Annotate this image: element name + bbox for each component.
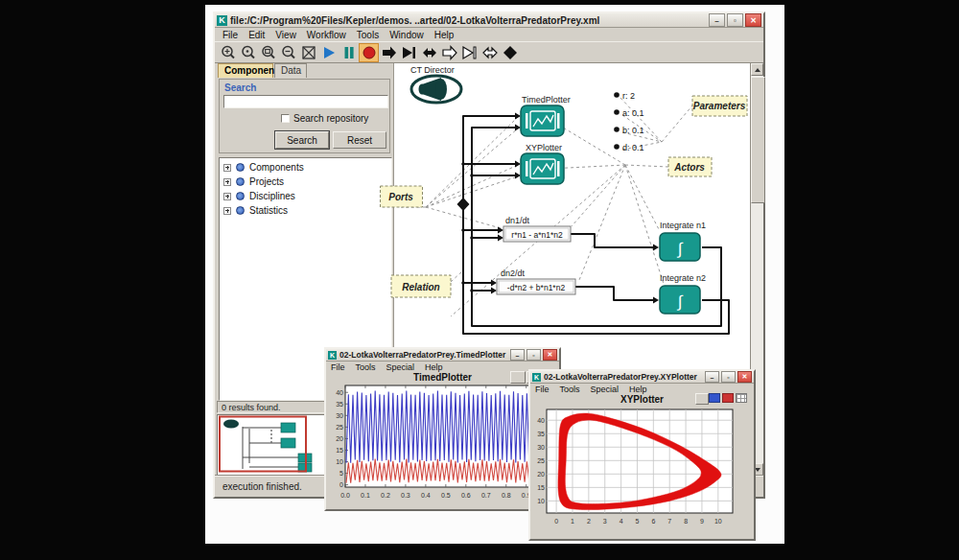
expand-icon[interactable] — [223, 164, 231, 172]
svg-text:30: 30 — [336, 412, 343, 419]
search-button[interactable]: Search — [275, 131, 329, 149]
main-titlebar[interactable]: K file:/C:/Program%20Files/Kepler/demos.… — [215, 13, 763, 28]
add-input-multiport-button[interactable] — [439, 43, 459, 62]
plot-settings-button[interactable] — [695, 393, 709, 405]
svg-text:10: 10 — [537, 498, 545, 504]
maximize-button[interactable]: ▫ — [721, 371, 736, 383]
pause-button[interactable] — [339, 43, 359, 62]
svg-text:30: 30 — [537, 444, 545, 451]
add-io-port-button[interactable] — [419, 43, 439, 62]
window-controls: –▫✕ — [703, 371, 752, 383]
menu-special[interactable]: Special — [386, 362, 415, 372]
window-title: file:/C:/Program%20Files/Kepler/demos. .… — [230, 15, 707, 26]
add-output-multiport-button[interactable] — [459, 43, 480, 62]
zoom-fit-button[interactable] — [258, 43, 278, 62]
svg-text:7: 7 — [667, 518, 671, 525]
timed-titlebar[interactable]: K 02-LotkaVolterraPredatorPrey.TimedPlot… — [326, 349, 559, 362]
tree-item-label: Statistics — [249, 205, 288, 216]
svg-text:9: 9 — [700, 518, 704, 525]
tab-components[interactable]: Components — [218, 63, 273, 78]
minimap-dots — [270, 430, 272, 443]
menu-tools[interactable]: Tools — [560, 385, 580, 394]
plot-grid-button[interactable] — [736, 393, 747, 403]
plot-settings-button[interactable] — [510, 371, 526, 384]
svg-text:0.4: 0.4 — [421, 492, 431, 499]
minimap-director-icon — [223, 420, 239, 429]
close-button[interactable]: ✕ — [737, 371, 752, 383]
timedplotter-window: K 02-LotkaVolterraPredatorPrey.TimedPlot… — [324, 347, 561, 511]
add-io-multiport-button[interactable] — [480, 43, 500, 62]
expand-icon[interactable] — [223, 193, 231, 200]
search-repository-label: Search repository — [293, 113, 368, 124]
xy-titlebar[interactable]: K 02-LotkaVolterraPredatorPrey.XYPlotter… — [530, 371, 754, 384]
scroll-up-icon — [755, 68, 760, 72]
plot-reset-button[interactable] — [722, 393, 734, 403]
menu-help[interactable]: Help — [425, 362, 443, 372]
svg-text:4: 4 — [620, 518, 623, 525]
svg-text:0.6: 0.6 — [461, 492, 471, 499]
add-output-port-button[interactable] — [399, 43, 419, 62]
zoom-reset-button[interactable] — [238, 43, 258, 62]
window-title: 02-LotkaVolterraPredatorPrey.TimedPlotte… — [339, 350, 508, 360]
menu-special[interactable]: Special — [591, 385, 620, 394]
menu-view[interactable]: View — [275, 30, 296, 40]
full-view-button[interactable] — [298, 43, 318, 62]
main-toolbar — [215, 41, 763, 63]
maximize-button[interactable]: ▫ — [526, 349, 541, 361]
plot-fill-button[interactable] — [709, 393, 720, 403]
menu-file[interactable]: File — [331, 362, 345, 372]
svg-text:8: 8 — [684, 518, 688, 525]
tree-item-label: Disciplines — [249, 191, 295, 201]
menu-help[interactable]: Help — [629, 385, 647, 394]
close-button[interactable]: ✕ — [543, 349, 557, 361]
tab-data[interactable]: Data — [274, 63, 307, 78]
search-input[interactable] — [223, 95, 388, 108]
maximize-button[interactable]: ▫ — [727, 13, 743, 27]
globe-icon — [236, 206, 245, 215]
tree-item-statistics[interactable]: Statistics — [223, 205, 288, 216]
tree-item-projects[interactable]: Projects — [223, 176, 284, 187]
svg-text:0.0: 0.0 — [340, 492, 350, 499]
run-button[interactable] — [318, 43, 339, 62]
svg-text:40: 40 — [537, 417, 545, 424]
reset-button[interactable]: Reset — [333, 131, 386, 149]
svg-text:35: 35 — [537, 431, 545, 437]
scroll-up-button[interactable] — [751, 63, 763, 76]
menu-file[interactable]: File — [222, 30, 238, 40]
search-repository-checkbox[interactable] — [281, 114, 290, 123]
menu-file[interactable]: File — [535, 385, 550, 394]
chart-title: XYPlotter — [530, 394, 754, 405]
stop-button[interactable] — [359, 43, 379, 62]
expand-icon[interactable] — [223, 178, 231, 186]
tree-item-disciplines[interactable]: Disciplines — [223, 191, 295, 201]
menu-help[interactable]: Help — [434, 30, 455, 40]
expand-icon[interactable] — [223, 207, 231, 215]
window-controls: –▫✕ — [508, 349, 557, 361]
svg-text:10: 10 — [336, 458, 343, 465]
menu-tools[interactable]: Tools — [356, 362, 376, 372]
globe-icon — [236, 177, 245, 186]
add-relation-button[interactable] — [500, 43, 520, 62]
svg-text:5: 5 — [339, 470, 343, 477]
svg-text:20: 20 — [336, 435, 343, 442]
minimize-button[interactable]: – — [705, 371, 719, 383]
tree-item-label: Projects — [249, 176, 284, 187]
tree-item-components[interactable]: Components — [223, 162, 304, 173]
scroll-thumb[interactable] — [751, 77, 765, 203]
svg-text:0.2: 0.2 — [381, 492, 390, 499]
search-header: Search — [224, 82, 256, 93]
svg-text:5: 5 — [636, 518, 640, 525]
minimize-button[interactable]: – — [510, 349, 525, 361]
close-button[interactable]: ✕ — [745, 13, 761, 27]
add-input-port-button[interactable] — [379, 43, 399, 62]
minimize-button[interactable]: – — [709, 13, 725, 27]
zoom-out-button[interactable] — [278, 43, 298, 62]
svg-text:0.5: 0.5 — [441, 492, 451, 499]
menu-workflow[interactable]: Workflow — [307, 30, 346, 40]
menu-tools[interactable]: Tools — [357, 30, 379, 40]
menu-window[interactable]: Window — [389, 30, 424, 40]
menu-edit[interactable]: Edit — [248, 30, 265, 40]
svg-text:15: 15 — [537, 484, 545, 491]
app-icon: K — [328, 351, 337, 360]
zoom-in-button[interactable] — [218, 43, 238, 62]
